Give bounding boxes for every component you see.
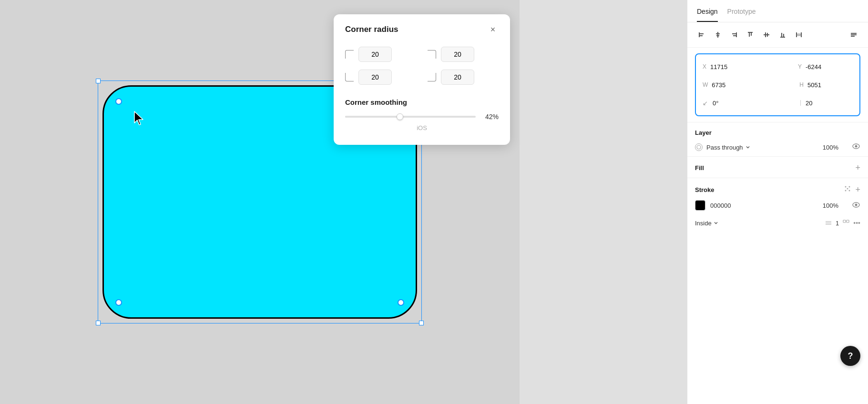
fill-add-button[interactable]: + [855, 163, 860, 172]
w-input[interactable] [712, 78, 792, 91]
corner-br-icon [428, 73, 436, 81]
svg-rect-40 [847, 220, 849, 222]
tab-design[interactable]: Design [697, 8, 718, 22]
radius-handle-bl[interactable] [115, 299, 122, 306]
stroke-more-button[interactable]: ••• [853, 219, 860, 227]
svg-rect-23 [851, 36, 855, 37]
layer-visibility-button[interactable] [852, 143, 860, 152]
svg-rect-19 [801, 32, 802, 37]
svg-rect-7 [732, 33, 736, 34]
h-label: H [799, 81, 804, 88]
stroke-row: 000000 100% [687, 198, 868, 214]
svg-rect-2 [700, 35, 703, 36]
layer-title: Layer [695, 129, 712, 136]
corner-bl-group [345, 70, 416, 85]
svg-rect-15 [780, 37, 785, 38]
svg-point-29 [697, 145, 701, 149]
svg-rect-17 [783, 34, 784, 37]
blend-mode-icon [695, 143, 703, 151]
help-button[interactable]: ? [840, 346, 860, 366]
align-center-v-button[interactable] [760, 28, 773, 41]
layer-row: Pass through 100% [687, 140, 868, 154]
stroke-position-dropdown[interactable]: Inside [695, 220, 718, 227]
svg-rect-11 [751, 33, 752, 36]
popup-title: Corner radius [345, 25, 398, 34]
corner-handle-tl[interactable] [96, 79, 101, 83]
svg-rect-1 [700, 33, 704, 34]
svg-point-34 [845, 190, 847, 192]
svg-point-38 [855, 203, 858, 206]
right-panel: Design Prototype X [687, 0, 868, 404]
corner-tr-group [428, 47, 499, 62]
stroke-visibility-button[interactable] [852, 202, 860, 210]
angle-icon: ↙ [703, 100, 708, 107]
corner-br-input[interactable] [441, 70, 474, 85]
svg-rect-20 [797, 34, 800, 36]
y-label: Y [798, 63, 802, 70]
svg-rect-5 [716, 35, 719, 36]
slider-fill [345, 116, 400, 118]
fill-title: Fill [695, 164, 704, 172]
align-right-button[interactable] [727, 28, 741, 41]
stroke-position-label: Inside [695, 220, 712, 227]
cursor-icon [133, 111, 148, 128]
stroke-color-name: 000000 [710, 202, 731, 209]
blend-mode-dropdown[interactable]: Pass through [706, 144, 751, 151]
svg-rect-39 [843, 220, 846, 222]
svg-rect-6 [736, 32, 737, 37]
corner-handle-br[interactable] [419, 321, 424, 325]
stroke-add-button[interactable]: + [855, 185, 860, 194]
smoothing-value: 42% [481, 113, 499, 121]
popup-close-button[interactable]: × [487, 24, 499, 35]
more-align-button[interactable] [847, 28, 860, 41]
divider-1 [687, 122, 868, 122]
stroke-grid-icon[interactable] [844, 185, 851, 194]
align-bottom-button[interactable] [776, 28, 789, 41]
corner-tr-input[interactable] [441, 47, 474, 62]
svg-rect-0 [699, 32, 700, 37]
stroke-controls: 1 ••• [825, 219, 860, 227]
properties-box: X Y W H ↙ [695, 53, 860, 116]
x-label: X [703, 63, 706, 70]
stroke-section-header: Stroke + [687, 180, 868, 198]
y-input[interactable] [806, 60, 868, 73]
align-top-button[interactable] [744, 28, 757, 41]
align-left-button[interactable] [695, 28, 708, 41]
fill-section-header: Fill + [687, 159, 868, 176]
align-center-h-button[interactable] [711, 28, 725, 41]
distribute-button[interactable] [792, 28, 806, 41]
stroke-width: 1 [836, 220, 839, 227]
svg-rect-14 [767, 33, 768, 37]
radius-icon [800, 100, 801, 106]
svg-rect-4 [716, 33, 720, 34]
svg-rect-18 [796, 32, 797, 37]
stroke-bottom: Inside 1 ••• [687, 216, 868, 230]
w-label: W [703, 81, 708, 88]
radius-input[interactable] [806, 96, 868, 110]
radius-handle-br[interactable] [398, 299, 404, 306]
x-input[interactable] [710, 60, 790, 73]
xy-row: X Y [703, 60, 853, 73]
divider-2 [687, 156, 868, 157]
corner-radius-popup: Corner radius × Corner smoothing [334, 14, 510, 145]
h-input[interactable] [807, 78, 868, 91]
svg-rect-3 [717, 32, 718, 38]
radius-handle-tl[interactable] [115, 98, 122, 105]
angle-input[interactable] [713, 96, 793, 110]
ios-label: iOS [345, 124, 499, 131]
smoothing-slider[interactable] [345, 116, 476, 118]
tab-prototype[interactable]: Prototype [727, 8, 756, 22]
svg-point-32 [845, 186, 847, 188]
svg-point-31 [855, 145, 858, 148]
corner-tl-group [345, 47, 416, 62]
corner-tl-input[interactable] [358, 47, 392, 62]
corner-bl-input[interactable] [358, 70, 392, 85]
corner-handle-bl[interactable] [96, 321, 101, 325]
svg-point-36 [847, 188, 848, 190]
stroke-color-swatch[interactable] [695, 200, 705, 211]
slider-thumb[interactable] [397, 113, 403, 120]
smoothing-section: Corner smoothing 42% iOS [345, 98, 499, 131]
divider-3 [687, 178, 868, 178]
panel-tabs: Design Prototype [687, 0, 868, 22]
svg-point-33 [849, 186, 850, 188]
